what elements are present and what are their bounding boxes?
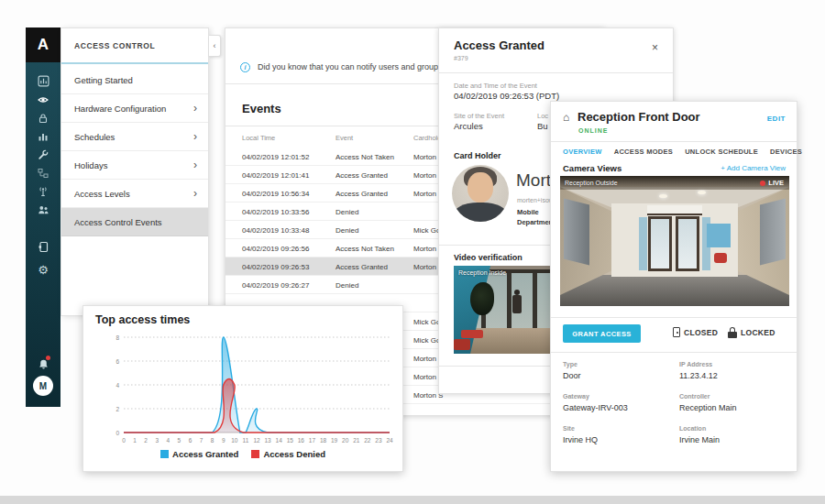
notification-dot: [46, 356, 50, 360]
broadcast-tower-icon[interactable]: [26, 184, 60, 199]
avatar-shirt: [454, 203, 507, 222]
menu-collapse-button[interactable]: ‹: [209, 35, 221, 57]
tab[interactable]: OVERVIEW: [563, 148, 602, 156]
door-closed-status: CLOSED: [673, 327, 718, 337]
scene-detail: [639, 217, 647, 270]
legend-item: Access Granted: [160, 449, 238, 459]
scene-detail: [648, 216, 672, 271]
detail-value: Irvine Main: [679, 435, 786, 444]
legend-swatch: [251, 450, 259, 458]
detail-value: Door: [563, 371, 679, 380]
avatar-face: [468, 172, 493, 203]
detail-field: Gateway Gateway-IRV-003: [563, 393, 679, 412]
menu-item[interactable]: Access Levels ›: [61, 180, 208, 208]
svg-text:5: 5: [178, 437, 182, 444]
add-camera-view-link[interactable]: + Add Camera View: [720, 164, 786, 172]
detail-label: Site: [563, 425, 679, 432]
svg-text:11: 11: [243, 437, 249, 444]
cell-event: Access Granted: [336, 171, 388, 180]
cell-time: 04/02/2019 09:26:27: [242, 281, 309, 290]
dashboard-icon[interactable]: [26, 73, 60, 88]
dialog-title: Access Granted: [454, 38, 544, 52]
scene-detail: [560, 275, 789, 306]
svg-text:12: 12: [253, 437, 260, 444]
network-icon[interactable]: [26, 166, 60, 181]
top-access-times-chart-panel: Top access times 02468012345678910111213…: [82, 305, 403, 472]
scene-detail: [454, 339, 470, 350]
menu-item[interactable]: Holidays ›: [61, 151, 208, 180]
svg-text:20: 20: [342, 437, 349, 444]
scene-detail: [533, 273, 537, 330]
svg-text:2: 2: [144, 437, 148, 444]
menu-item[interactable]: Access Control Events ›: [61, 208, 208, 236]
detail-field: Location Irvine Main: [679, 425, 786, 444]
scene-detail: [507, 273, 512, 330]
cell-event: Denied: [336, 226, 358, 235]
live-label: LIVE: [768, 179, 784, 187]
camera-name-label: Reception Outside: [565, 180, 618, 186]
wrench-icon[interactable]: [26, 148, 60, 162]
mobile-label: Mobile: [517, 208, 539, 216]
app-sidebar: A ⚙: [26, 27, 60, 407]
svg-text:6: 6: [189, 437, 192, 444]
padlock-icon: [728, 327, 737, 338]
svg-text:8: 8: [211, 437, 214, 444]
live-badge: LIVE: [760, 179, 784, 187]
video-verification-label: Video verification: [454, 253, 522, 262]
camera-view-reception-outside[interactable]: Reception Outside LIVE: [560, 176, 789, 306]
svg-text:8: 8: [116, 334, 119, 341]
datetime-value: 04/02/2019 09:26:53 (PDT): [454, 91, 559, 101]
door-detail-panel: ⌂ Reception Front Door ONLINE EDIT OVERV…: [550, 101, 798, 472]
app-logo: A: [26, 27, 60, 62]
svg-text:24: 24: [386, 437, 393, 444]
cell-time: 04/02/2019 10:33:56: [242, 208, 309, 216]
svg-text:2: 2: [116, 406, 119, 412]
close-icon[interactable]: ×: [652, 41, 658, 54]
user-avatar[interactable]: M: [33, 376, 53, 396]
menu-item[interactable]: Hardware Configuration ›: [61, 94, 208, 123]
cell-time: 04/02/2019 12:01:41: [242, 171, 309, 180]
svg-text:15: 15: [287, 437, 294, 444]
scene-detail: [564, 199, 589, 266]
svg-text:10: 10: [231, 437, 238, 444]
detail-field: IP Address 11.23.4.12: [679, 361, 786, 380]
menu-item[interactable]: Getting Started ›: [61, 66, 208, 94]
people-icon[interactable]: [26, 203, 60, 217]
camera-name-label: Reception Inside: [458, 269, 506, 276]
chevron-right-icon: ›: [193, 188, 197, 199]
tab[interactable]: UNLOCK SCHEDULE: [685, 148, 758, 156]
grant-access-button[interactable]: GRANT ACCESS: [563, 324, 641, 343]
menu-item-label: Hardware Configuration: [74, 104, 166, 114]
camera-view-reception-inside[interactable]: Reception Inside: [454, 266, 566, 354]
detail-label: IP Address: [679, 361, 786, 367]
legend-item: Access Denied: [251, 449, 325, 459]
svg-text:9: 9: [222, 437, 226, 444]
location-label: Loc: [537, 112, 548, 120]
info-icon: i: [240, 62, 250, 72]
svg-text:0: 0: [116, 430, 119, 436]
svg-text:6: 6: [116, 358, 119, 365]
tab[interactable]: ACCESS MODES: [614, 148, 673, 156]
edit-button[interactable]: EDIT: [767, 115, 786, 123]
gear-icon[interactable]: ⚙: [26, 262, 60, 277]
svg-text:18: 18: [320, 437, 327, 444]
door-icon: [673, 327, 680, 337]
svg-text:14: 14: [276, 437, 283, 444]
detail-label: Gateway: [563, 393, 679, 400]
tab[interactable]: DEVICES: [770, 148, 802, 156]
detail-value: 11.23.4.12: [679, 371, 786, 380]
cell-event: Access Granted: [336, 190, 388, 198]
bar-chart-icon[interactable]: [26, 129, 60, 144]
home-icon: ⌂: [563, 111, 569, 124]
eye-icon[interactable]: [26, 93, 60, 107]
door-exit-icon[interactable]: [26, 239, 60, 254]
lock-icon[interactable]: [26, 111, 60, 126]
door-tabs: OVERVIEWACCESS MODESUNLOCK SCHEDULEDEVIC…: [563, 142, 802, 160]
notifications-bell-icon[interactable]: [26, 356, 60, 372]
svg-text:22: 22: [364, 437, 371, 444]
door-title: Reception Front Door: [578, 110, 700, 124]
door-details-grid: Type Door IP Address 11.23.4.12 Gateway …: [563, 361, 786, 457]
menu-item[interactable]: Schedules ›: [61, 123, 208, 151]
divider: [551, 317, 797, 318]
scene-detail: [659, 194, 667, 198]
